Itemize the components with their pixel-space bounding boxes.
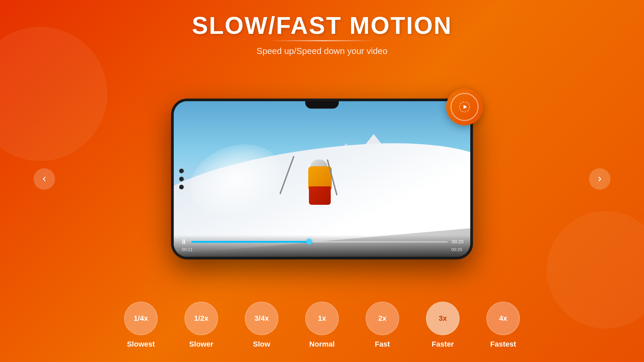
speed-controls: 1/4xSlowest1/2xSlower3/4xSlow1xNormal2xF… [124,302,520,362]
phone-notch [305,101,339,109]
speed-option-quarter[interactable]: 1/4xSlowest [124,302,158,349]
chevron-right-icon [595,174,604,184]
controls-bottom-row: 00:11 00:25 [180,247,464,252]
speed-circle-fastest: 4x [486,302,520,335]
camera-dot-3 [179,185,184,189]
camera-array [179,169,184,189]
svg-marker-1 [464,105,467,109]
video-frame: ⏸ 00:20 00:11 00:25 [174,101,470,257]
phone-body: ⏸ 00:20 00:11 00:25 [171,99,473,259]
speed-circle-quarter: 1/4x [124,302,158,335]
page-subtitle: Speed up/Speed down your video [192,46,452,56]
speed-circle-half: 1/2x [184,302,218,335]
time-end: 00:20 [452,239,464,244]
phone-mockup-wrapper: ⏸ 00:20 00:11 00:25 [171,99,473,259]
skier-pants [309,186,331,205]
speed-option-three-quarter[interactable]: 3/4xSlow [245,302,278,349]
phone-mute-button [171,118,172,128]
speed-option-normal[interactable]: 1xNormal [305,302,339,349]
progress-thumb [307,239,312,244]
header: SLOW/FAST MOTION Speed up/Speed down you… [192,13,452,56]
speed-label-half: Slower [189,340,213,349]
speed-circle-normal: 1x [305,302,339,335]
camera-dot-1 [179,169,184,173]
camera-dot-2 [179,177,184,181]
progress-bar[interactable] [191,241,448,243]
speed-option-faster[interactable]: 3xFaster [426,302,460,349]
play-overlay-button[interactable] [446,88,483,125]
play-icon [459,101,471,113]
skier-figure [286,139,354,213]
controls-top-row: ⏸ 00:20 [180,238,464,245]
skier-scene [174,101,470,257]
time-elapsed: 00:11 [182,247,193,252]
time-total: 00:25 [451,247,462,252]
speed-option-fast[interactable]: 2xFast [366,302,399,349]
speed-option-half[interactable]: 1/2xSlower [184,302,218,349]
pause-button[interactable]: ⏸ [180,238,187,245]
speed-label-fastest: Fastest [490,340,516,349]
speed-option-fastest[interactable]: 4xFastest [486,302,520,349]
phone-volume-down-button [171,160,172,180]
phone-volume-up-button [171,135,172,155]
next-button[interactable] [589,168,610,190]
speed-label-fast: Fast [375,340,390,349]
chevron-left-icon [40,174,49,184]
page-title: SLOW/FAST MOTION [192,13,452,38]
speed-circle-fast: 2x [366,302,399,335]
speed-label-normal: Normal [309,340,335,349]
speed-label-faster: Faster [432,340,454,349]
speed-label-three-quarter: Slow [253,340,270,349]
play-overlay-inner [450,93,479,121]
speed-circle-three-quarter: 3/4x [245,302,278,335]
title-underline [268,40,376,41]
speed-circle-faster: 3x [426,302,460,335]
video-controls: ⏸ 00:20 00:11 00:25 [174,235,470,257]
phone-power-button [472,121,473,138]
speed-label-quarter: Slowest [127,340,155,349]
progress-fill [191,241,309,243]
main-content: ⏸ 00:20 00:11 00:25 [0,56,644,302]
prev-button[interactable] [34,168,55,190]
